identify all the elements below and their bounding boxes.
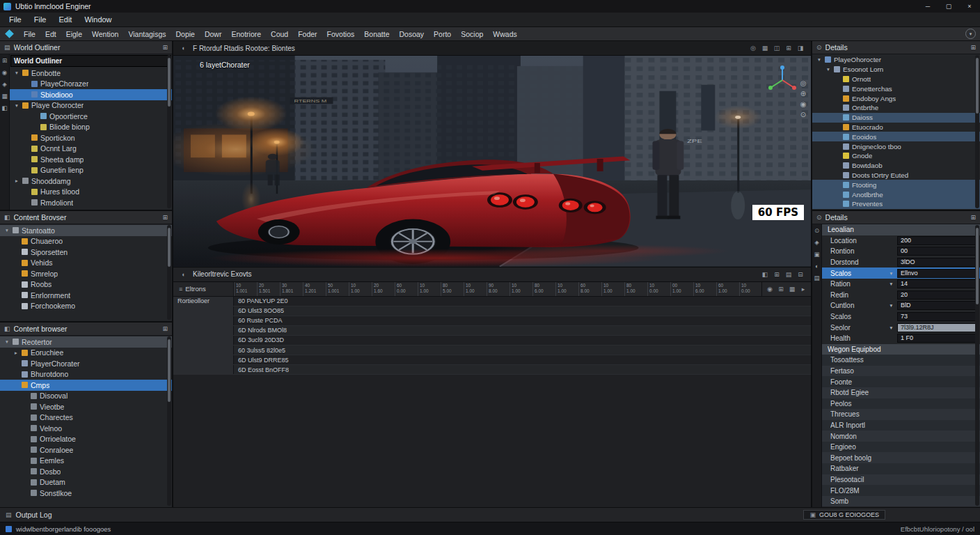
- panel-menu-icon[interactable]: ⊞: [970, 214, 976, 221]
- component-tree-item[interactable]: Gnode: [812, 151, 980, 161]
- dropdown-caret-icon[interactable]: ▾: [888, 281, 894, 287]
- source-control-icon[interactable]: [6, 526, 12, 532]
- outliner-tree-item[interactable]: ▾ Eonbotte: [10, 68, 172, 79]
- content-tree-item[interactable]: Vehids: [0, 258, 172, 269]
- component-tree-item[interactable]: Eonetterchas: [812, 84, 980, 93]
- property-row[interactable]: Plesootacil: [822, 474, 980, 486]
- property-row[interactable]: Health 1 F0: [822, 333, 980, 344]
- toolbar-item[interactable]: Dopie: [171, 30, 200, 38]
- expand-arrow-icon[interactable]: ▸: [13, 350, 19, 356]
- perf-badge[interactable]: ▣ GOU8 G EOIOGOES: [803, 510, 885, 520]
- panel-menu-icon[interactable]: ⊞: [970, 44, 976, 51]
- content-tree-item[interactable]: Forchookemo: [0, 301, 172, 312]
- sequencer-event-row[interactable]: 6D Ulst3 8OO85: [173, 307, 811, 316]
- property-row[interactable]: Peolos: [822, 398, 980, 410]
- view-mode-icon[interactable]: ◎: [798, 79, 808, 87]
- toolbar-item[interactable]: Dosoay: [395, 30, 429, 38]
- property-row[interactable]: Redin 20: [822, 290, 980, 301]
- content-tree-item[interactable]: ▸ Eoruchiee: [0, 348, 172, 359]
- collapse-icon[interactable]: ⊟: [796, 271, 805, 278]
- transform-icon[interactable]: ◈: [814, 239, 819, 246]
- expand-arrow-icon[interactable]: ▾: [14, 70, 19, 76]
- property-row[interactable]: Engioeo: [822, 442, 980, 453]
- property-row[interactable]: Somb: [822, 496, 980, 507]
- property-row[interactable]: Ratbaker: [822, 463, 980, 474]
- camera-speed-icon[interactable]: ◉: [798, 100, 808, 108]
- blueprints-icon[interactable]: ◈: [2, 81, 7, 88]
- sequencer-event-row[interactable]: 60 Ruste PCDA: [173, 316, 811, 326]
- outliner-tree-item[interactable]: ▸ Shooddamg: [10, 176, 172, 187]
- toolbar-item[interactable]: Sociop: [456, 30, 488, 38]
- scrollbar[interactable]: [167, 55, 171, 208]
- property-value-field[interactable]: 7l3l9.12R8J: [897, 323, 977, 332]
- timeline-ruler[interactable]: ≡ Eltrons 10 1.001 20 1.501 30 1.801: [173, 282, 811, 297]
- expand-arrow-icon[interactable]: ▾: [4, 339, 10, 345]
- add-track-icon[interactable]: ⊞: [772, 271, 782, 278]
- property-row[interactable]: Threcues: [822, 409, 980, 420]
- modes-icon[interactable]: ⊞: [2, 57, 7, 64]
- property-row[interactable]: Bepoet boolg: [822, 452, 980, 463]
- sequencer-event-row[interactable]: 60 3ulss5 82l0e5: [173, 346, 811, 355]
- property-row[interactable]: Dorstond 3lDO: [822, 257, 980, 268]
- property-row[interactable]: FLO/28M: [822, 485, 980, 496]
- property-row[interactable]: Scalos 73: [822, 311, 980, 323]
- list-view-icon[interactable]: ▤: [784, 271, 793, 278]
- camera-icon[interactable]: ◎: [748, 45, 758, 52]
- viewport-options-icon[interactable]: ◐: [179, 45, 189, 52]
- outliner-column-header[interactable]: World Outliner: [10, 55, 171, 67]
- content-tree-item[interactable]: Charectes: [0, 412, 172, 424]
- panel-menu-icon[interactable]: ⊞: [162, 44, 168, 51]
- scrollbar[interactable]: [975, 225, 979, 506]
- property-value-field[interactable]: BlD: [897, 301, 977, 310]
- toolbar-item[interactable]: Wention: [87, 30, 123, 38]
- zoom-in-icon[interactable]: ⊞: [776, 286, 786, 293]
- expand-arrow-icon[interactable]: ▾: [816, 56, 822, 63]
- panel-toggle-icon[interactable]: ◨: [796, 45, 805, 52]
- general-settings-icon[interactable]: ⊙: [814, 227, 819, 234]
- expand-arrow-icon[interactable]: ▾: [825, 66, 831, 72]
- property-row[interactable]: Cuntlon ▾ BlD: [822, 300, 980, 311]
- outliner-tree-item[interactable]: Sbiodiooo: [10, 89, 172, 100]
- property-row[interactable]: Nomdon: [822, 431, 980, 442]
- sequencer-event-row[interactable]: 6D 3ucl9 20D3D: [173, 336, 811, 346]
- output-log-bar[interactable]: ▤ Output Log ▣ GOU8 G EOIOGOES: [0, 507, 980, 522]
- editor-mode-icon[interactable]: [5, 29, 14, 38]
- property-value-field[interactable]: Ellnvo: [897, 269, 977, 278]
- property-value-field[interactable]: 1 F0: [897, 334, 977, 343]
- component-tree-item[interactable]: Ornott: [812, 75, 980, 84]
- physics-icon[interactable]: ▣: [814, 251, 819, 258]
- scrollbar[interactable]: [975, 55, 979, 208]
- component-tree-item[interactable]: Endoboy Angs: [812, 93, 980, 103]
- toolbar-overflow-icon[interactable]: ▾: [965, 29, 976, 39]
- panel-menu-icon[interactable]: ⊞: [162, 214, 168, 221]
- component-tree-item[interactable]: Eooidos: [812, 132, 980, 141]
- viewport-settings-icon[interactable]: ⊙: [798, 111, 808, 118]
- menu-item[interactable]: File: [28, 15, 53, 24]
- sequencer-event-row[interactable]: Rortieolloer 80 PANLYUP 2E0: [173, 297, 811, 307]
- component-tree-item[interactable]: Daioss: [812, 113, 980, 123]
- content-tree-item[interactable]: Conraloee: [0, 444, 172, 456]
- split-view-icon[interactable]: ◫: [772, 45, 782, 52]
- play-icon[interactable]: ▸: [798, 286, 808, 293]
- component-tree-item[interactable]: Etuocrado: [812, 123, 980, 132]
- content-tree-item[interactable]: Duetam: [0, 477, 172, 488]
- toolbar-item[interactable]: Edt: [40, 30, 61, 38]
- snap-icon[interactable]: ⊕: [798, 90, 808, 98]
- toolbar-item[interactable]: Bonatte: [359, 30, 394, 38]
- content-tree-item[interactable]: Bhurotdono: [0, 369, 172, 380]
- property-value-field[interactable]: 14: [897, 279, 977, 288]
- content-tree-item[interactable]: Dosbo: [0, 466, 172, 477]
- content-tree-item[interactable]: Chuaeroo: [0, 236, 172, 247]
- property-row[interactable]: Seolor ▾ 7l3l9.12R8J: [822, 322, 980, 333]
- dropdown-caret-icon[interactable]: ▾: [888, 325, 894, 331]
- component-tree-item[interactable]: Ftooting: [812, 180, 980, 189]
- toolbar-item[interactable]: Coud: [266, 30, 293, 38]
- outliner-tree-item[interactable]: PlayeChorazer: [10, 79, 172, 90]
- content-tree-item[interactable]: ▾ Stantoatto: [0, 225, 172, 236]
- content-tree-item[interactable]: Disooval: [0, 391, 172, 402]
- viewport-tab-label[interactable]: F Rtorduf Rtadis Rootoe: Biontes: [193, 45, 295, 52]
- close-button[interactable]: ×: [959, 0, 980, 13]
- toolbar-item[interactable]: Enotriore: [226, 30, 266, 38]
- content-tree-item[interactable]: Enrlornment: [0, 290, 172, 301]
- content-tree-item[interactable]: Roobs: [0, 279, 172, 290]
